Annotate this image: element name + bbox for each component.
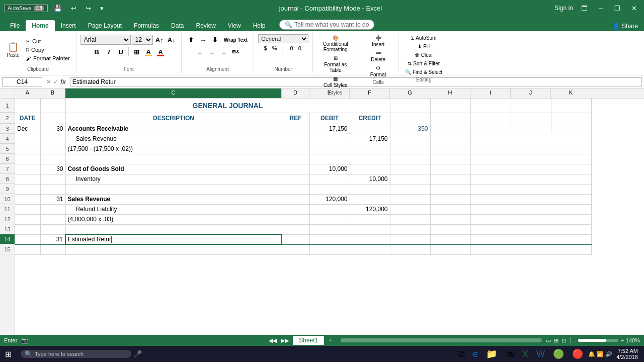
row-header-4[interactable]: 4 (0, 134, 15, 144)
cell-i5[interactable] (470, 144, 591, 154)
scroll-left-button[interactable]: ◀◀ (269, 337, 277, 344)
cell-h12[interactable] (430, 214, 470, 224)
share-button[interactable]: 👤 Share (606, 21, 644, 31)
cell-i13[interactable] (470, 224, 591, 234)
cell-a10[interactable] (15, 194, 40, 204)
row-header-10[interactable]: 10 (0, 194, 15, 204)
decrease-font-size-button[interactable]: A↓ (166, 34, 177, 45)
tab-home[interactable]: Home (26, 20, 54, 31)
cell-a1[interactable] (15, 99, 40, 113)
cell-e2[interactable]: DEBIT (309, 113, 350, 124)
row-header-6[interactable]: 6 (0, 154, 15, 164)
tab-review[interactable]: Review (190, 20, 221, 31)
cell-h4[interactable] (430, 134, 470, 144)
cell-f14[interactable] (350, 234, 390, 244)
cell-a12[interactable] (15, 214, 40, 224)
file-explorer-button[interactable]: 📁 (483, 347, 500, 360)
cell-g11[interactable] (390, 204, 430, 214)
cell-i2[interactable] (470, 113, 511, 124)
cell-h11[interactable] (430, 204, 470, 214)
redo-button[interactable]: ↪ (83, 5, 94, 12)
cell-c7[interactable]: Cost of Goods Sold (65, 164, 282, 174)
clock[interactable]: 7:52 AM 4/2/2018 (616, 348, 638, 360)
col-header-j[interactable]: J (511, 88, 551, 98)
format-as-table-button[interactable]: ⊞Format asTable (321, 54, 350, 74)
cell-g5[interactable] (390, 144, 430, 154)
cell-g15[interactable] (390, 244, 430, 254)
cell-g10[interactable] (390, 194, 430, 204)
cell-d8[interactable] (282, 174, 309, 184)
cell-b1[interactable] (40, 99, 65, 113)
tab-file[interactable]: File (4, 20, 26, 31)
app6-button[interactable]: 🟢 (550, 347, 567, 360)
signin-link[interactable]: Sign in (554, 5, 573, 12)
cell-c8[interactable]: Inventory (65, 174, 282, 184)
number-format-select[interactable]: General (258, 34, 308, 43)
bold-button[interactable]: B (91, 46, 102, 57)
row-header-5[interactable]: 5 (0, 144, 15, 154)
row-header-2[interactable]: 2 (0, 113, 15, 124)
currency-button[interactable]: $ (262, 44, 269, 52)
col-header-i[interactable]: I (470, 88, 511, 98)
row-header-1[interactable]: 1 (0, 99, 15, 113)
cell-h2[interactable] (430, 113, 470, 124)
cell-b10[interactable]: 31 (40, 194, 65, 204)
cell-f11[interactable]: 120,000 (350, 204, 390, 214)
cell-b12[interactable] (40, 214, 65, 224)
cell-h5[interactable] (430, 144, 470, 154)
cell-d6[interactable] (282, 154, 309, 164)
cell-i4[interactable] (470, 134, 591, 144)
underline-button[interactable]: U (115, 46, 126, 57)
font-size-select[interactable]: 12 (132, 35, 153, 45)
cell-g3[interactable]: 350 (390, 124, 430, 134)
row-header-9[interactable]: 9 (0, 184, 15, 194)
tab-help[interactable]: Help (247, 20, 272, 31)
cell-c12[interactable]: (4,000,000 x .03) (65, 214, 282, 224)
cut-button[interactable]: ✂ Cut (24, 37, 72, 45)
normal-view-button[interactable]: ▭ (546, 337, 551, 344)
cell-d14[interactable] (282, 234, 309, 244)
find-select-button[interactable]: 🔍Find & Select (403, 68, 444, 76)
border-button[interactable]: ⊞ (131, 46, 142, 57)
comma-button[interactable]: , (280, 44, 285, 52)
cell-h14[interactable] (430, 234, 470, 244)
row-header-13[interactable]: 13 (0, 224, 15, 234)
page-break-view-button[interactable]: ⊡ (561, 337, 566, 344)
cell-b9[interactable] (40, 184, 65, 194)
cell-f10[interactable] (350, 194, 390, 204)
cell-k1[interactable] (551, 99, 591, 113)
cell-g1[interactable] (390, 99, 430, 113)
copy-button[interactable]: ⎘ Copy (24, 46, 72, 54)
cell-j1[interactable] (511, 99, 551, 113)
align-bottom-button[interactable]: ⬇ (210, 34, 221, 45)
undo-button[interactable]: ↩ (68, 5, 79, 12)
cell-f15[interactable] (350, 244, 390, 254)
cell-b5[interactable] (40, 144, 65, 154)
cell-c13[interactable] (65, 224, 282, 234)
decrease-decimal-button[interactable]: 0. (296, 44, 305, 52)
row-header-11[interactable]: 11 (0, 204, 15, 214)
cell-g4[interactable] (390, 134, 430, 144)
cell-i1[interactable] (470, 99, 511, 113)
cell-e3[interactable]: 17,150 (309, 124, 350, 134)
cell-d4[interactable] (282, 134, 309, 144)
cell-e15[interactable] (309, 244, 350, 254)
restore-button[interactable]: ❐ (611, 5, 623, 12)
ribbon-display-button[interactable]: 🗖 (578, 5, 591, 12)
cancel-formula-button[interactable]: ✕ (46, 78, 51, 85)
cell-g8[interactable] (390, 174, 430, 184)
add-sheet-button[interactable]: + (325, 336, 336, 345)
col-header-c[interactable]: C (65, 88, 282, 98)
format-cells-button[interactable]: ⚙Format (368, 64, 388, 78)
align-center-button[interactable]: ≡ (206, 46, 217, 57)
align-middle-button[interactable]: ↔ (198, 34, 209, 45)
percent-button[interactable]: % (270, 44, 279, 52)
cell-b15[interactable] (40, 244, 65, 254)
cell-c3[interactable]: Accounts Receivable (65, 124, 282, 134)
cell-c9[interactable] (65, 184, 282, 194)
start-button[interactable]: ⊞ (2, 348, 15, 360)
cell-f6[interactable] (350, 154, 390, 164)
cell-g9[interactable] (390, 184, 430, 194)
cell-c15[interactable] (65, 244, 282, 254)
cell-c5[interactable]: (17,500 - (17,500 x .02)) (65, 144, 282, 154)
